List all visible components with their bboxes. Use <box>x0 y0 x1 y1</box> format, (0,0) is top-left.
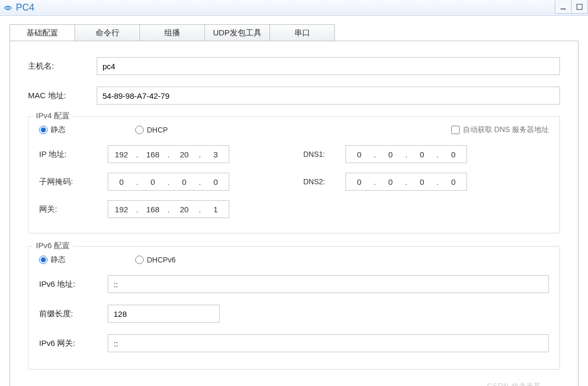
minimize-icon <box>560 4 566 10</box>
title-bar: PC4 <box>0 0 588 16</box>
ipv4-dhcp-radio[interactable]: DHCP <box>135 126 168 134</box>
mac-input[interactable] <box>97 87 560 105</box>
ipv6-static-radio[interactable]: 静态 <box>39 255 66 265</box>
tab-multicast[interactable]: 组播 <box>139 24 205 41</box>
ipv6-prefix-input[interactable] <box>108 305 220 323</box>
maximize-button[interactable] <box>571 0 588 14</box>
gateway-label: 网关: <box>39 204 108 214</box>
ipv4-fieldset: IPv4 配置 静态 DHCP 自动获取 DNS 服务器地址 IP 地址: 19… <box>28 116 560 233</box>
svg-rect-2 <box>577 4 582 10</box>
ipv4-static-radio[interactable]: 静态 <box>39 125 66 135</box>
maximize-icon <box>576 4 583 10</box>
dns1-label: DNS1: <box>303 150 346 158</box>
ipv4-auto-dns-checkbox[interactable]: 自动获取 DNS 服务器地址 <box>356 125 549 135</box>
mac-label: MAC 地址: <box>28 91 97 101</box>
dns2-input[interactable]: 0. 0. 0. 0 <box>346 173 467 191</box>
ip-input[interactable]: 192. 168. 20. 3 <box>108 145 229 163</box>
dns2-label: DNS2: <box>303 177 346 186</box>
hostname-label: 主机名: <box>28 61 97 71</box>
tab-cli[interactable]: 命令行 <box>74 24 140 41</box>
hostname-input[interactable] <box>97 57 560 75</box>
svg-point-0 <box>7 6 10 9</box>
watermark-text: CSDN @龙来莱 <box>487 381 541 386</box>
ipv6-addr-input[interactable] <box>108 275 549 293</box>
ipv6-dhcp-radio[interactable]: DHCPv6 <box>135 256 175 264</box>
ip-label: IP 地址: <box>39 149 108 159</box>
minimize-button[interactable] <box>555 0 572 14</box>
ipv6-addr-label: IPv6 地址: <box>39 279 108 289</box>
ipv6-gw-input[interactable] <box>108 334 549 352</box>
tab-udp-tool[interactable]: UDP发包工具 <box>204 24 270 41</box>
mask-input[interactable]: 0. 0. 0. 0 <box>108 173 229 191</box>
ipv6-legend: IPv6 配置 <box>33 241 73 251</box>
window-controls <box>555 0 588 14</box>
ipv6-prefix-label: 前缀长度: <box>39 309 108 319</box>
ipv4-legend: IPv4 配置 <box>33 111 73 121</box>
app-logo-icon <box>3 3 13 13</box>
tab-basic-config[interactable]: 基础配置 <box>10 24 75 41</box>
window-title: PC4 <box>16 2 34 13</box>
gateway-input[interactable]: 192. 168. 20. 1 <box>108 200 229 218</box>
tab-panel-basic: 主机名: MAC 地址: IPv4 配置 静态 DHCP 自动获取 DNS 服务… <box>10 41 578 386</box>
mask-label: 子网掩码: <box>39 177 108 187</box>
dns1-input[interactable]: 0. 0. 0. 0 <box>346 145 467 163</box>
tab-serial[interactable]: 串口 <box>269 24 335 41</box>
ipv6-gw-label: IPv6 网关: <box>39 338 108 349</box>
ipv6-fieldset: IPv6 配置 静态 DHCPv6 IPv6 地址: 前缀长度: IPv6 网关… <box>28 246 560 370</box>
tab-bar: 基础配置 命令行 组播 UDP发包工具 串口 <box>10 24 578 41</box>
